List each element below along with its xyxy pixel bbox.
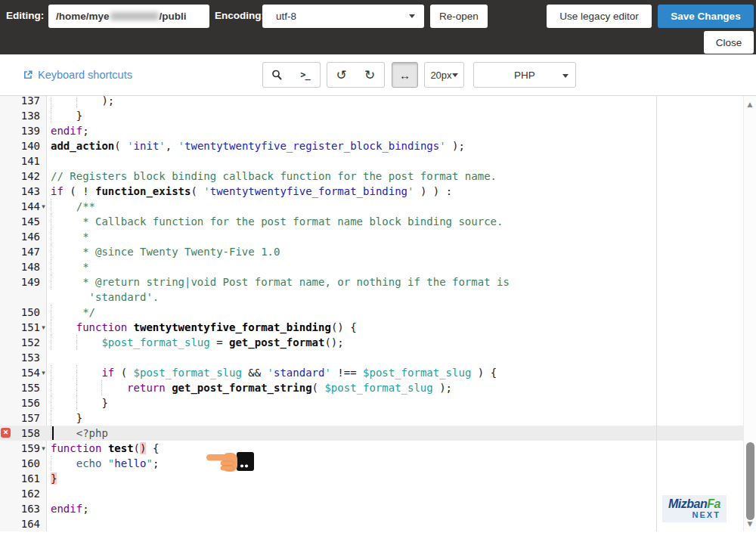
close-button[interactable]: Close bbox=[704, 31, 754, 54]
font-size-select[interactable]: 20px bbox=[424, 62, 464, 88]
code-line[interactable]: 157} bbox=[0, 410, 743, 426]
gutter-cell: 142 bbox=[0, 169, 47, 184]
encoding-label: Encoding: bbox=[215, 10, 265, 21]
code-line[interactable]: 139endif; bbox=[0, 123, 743, 138]
code-line[interactable]: 145 * Callback function for the post for… bbox=[0, 214, 743, 229]
line-number: 141 bbox=[21, 153, 40, 169]
chevron-down-icon bbox=[452, 73, 458, 77]
search-button[interactable] bbox=[262, 62, 291, 88]
top-action-bar: Editing: /home/mye/publi Encoding: utf-8… bbox=[0, 0, 756, 54]
redo-button[interactable]: ↻ bbox=[355, 62, 385, 88]
code-line[interactable]: ✕158<?php bbox=[0, 426, 743, 441]
gutter-cell: 148 bbox=[0, 259, 47, 274]
external-link-icon bbox=[23, 70, 33, 80]
code-line[interactable]: 159▾function test() { bbox=[0, 441, 743, 456]
code-line[interactable]: 154▾if ( $post_format_slug && 'standard'… bbox=[0, 365, 743, 380]
reopen-button[interactable]: Re-open bbox=[430, 5, 488, 28]
line-number: 145 bbox=[21, 214, 40, 229]
code-line[interactable]: 143if ( ! function_exists( 'twentytwenty… bbox=[0, 184, 743, 199]
line-number: 158 bbox=[21, 426, 40, 441]
fold-toggle-icon[interactable]: ▾ bbox=[40, 199, 47, 214]
gutter-cell: 159▾ bbox=[0, 441, 47, 456]
line-number: 157 bbox=[21, 410, 40, 426]
code-line[interactable]: 142// Registers block binding callback f… bbox=[0, 169, 743, 184]
fold-toggle-icon[interactable]: ▾ bbox=[40, 441, 47, 456]
language-select[interactable]: PHP bbox=[473, 62, 576, 88]
toggle-word-wrap-button[interactable]: ↔ bbox=[392, 62, 418, 88]
gutter-cell: 146 bbox=[0, 229, 47, 244]
line-number: 164 bbox=[21, 516, 40, 531]
code-line[interactable]: 153 bbox=[0, 350, 743, 365]
chevron-down-icon bbox=[409, 14, 415, 18]
line-number: 150 bbox=[21, 305, 40, 320]
gutter-cell: 144▾ bbox=[0, 199, 47, 214]
code-line[interactable]: 148 * bbox=[0, 259, 743, 274]
code-lines[interactable]: 137);138}139endif;140add_action( 'init',… bbox=[0, 96, 743, 531]
code-line[interactable]: 152$post_format_slug = get_post_format()… bbox=[0, 335, 743, 350]
code-line[interactable]: 156} bbox=[0, 395, 743, 410]
code-line[interactable]: 161} bbox=[0, 471, 743, 486]
line-number: 160 bbox=[21, 456, 40, 471]
gutter-cell: 143 bbox=[0, 184, 47, 199]
code-line[interactable]: 149 * @return string|void Post format na… bbox=[0, 274, 743, 305]
brand-name: Mizban bbox=[668, 497, 707, 510]
gutter-cell: 147 bbox=[0, 244, 47, 259]
fold-toggle-icon[interactable]: ▾ bbox=[40, 320, 47, 335]
code-line[interactable]: 141 bbox=[0, 153, 743, 169]
code-line[interactable]: 140add_action( 'init', 'twentytwentyfive… bbox=[0, 138, 743, 153]
line-number: 140 bbox=[21, 138, 40, 153]
redacted-path-segment bbox=[110, 12, 159, 20]
gutter-cell: 145 bbox=[0, 214, 47, 229]
gutter-cell: 141 bbox=[0, 153, 47, 169]
code-line[interactable]: 144▾/** bbox=[0, 199, 743, 214]
gutter-cell: 152 bbox=[0, 335, 47, 350]
line-number: 148 bbox=[21, 259, 40, 274]
line-number: 142 bbox=[21, 169, 40, 184]
gutter-cell: 162 bbox=[0, 486, 47, 501]
code-line[interactable]: 155return get_post_format_string( $post_… bbox=[0, 380, 743, 395]
line-number: 153 bbox=[21, 350, 40, 365]
code-line[interactable]: 160echo "hello"; bbox=[0, 456, 743, 471]
scroll-down-arrow[interactable]: ▼ bbox=[744, 520, 756, 528]
code-line[interactable]: 137); bbox=[0, 96, 743, 108]
gutter-cell: 139 bbox=[0, 123, 47, 138]
code-line[interactable]: 151▾function twentytwentyfive_format_bin… bbox=[0, 320, 743, 335]
gutter-cell: 155 bbox=[0, 380, 47, 395]
line-number: 152 bbox=[21, 335, 40, 350]
keyboard-shortcuts-label: Keyboard shortcuts bbox=[38, 69, 132, 81]
line-number: 163 bbox=[21, 501, 40, 516]
save-changes-button[interactable]: Save Changes bbox=[658, 5, 754, 28]
editor-toolbar: Keyboard shortcuts >_ ↺ ↻ ↔ 20px PHP bbox=[0, 54, 756, 96]
gutter-cell: 160 bbox=[0, 456, 47, 471]
terminal-button[interactable]: >_ bbox=[290, 62, 321, 88]
code-line[interactable]: 164 bbox=[0, 516, 743, 531]
gutter-cell: 138 bbox=[0, 108, 47, 123]
gutter-cell: 153 bbox=[0, 350, 47, 365]
undo-button[interactable]: ↺ bbox=[327, 62, 356, 88]
line-number: 144 bbox=[21, 199, 40, 214]
file-path-input[interactable]: /home/mye/publi bbox=[48, 5, 209, 28]
line-number: 147 bbox=[21, 244, 40, 259]
line-number: 156 bbox=[21, 395, 40, 410]
fold-toggle-icon[interactable]: ▾ bbox=[40, 365, 47, 380]
code-line[interactable]: 146 * bbox=[0, 229, 743, 244]
hand-pointer-graphic bbox=[206, 447, 256, 477]
code-line[interactable]: 163endif; bbox=[0, 501, 743, 516]
encoding-value: utf-8 bbox=[276, 11, 296, 22]
encoding-select[interactable]: utf-8 bbox=[262, 5, 424, 28]
use-legacy-editor-button[interactable]: Use legacy editor bbox=[547, 5, 652, 28]
code-line[interactable]: 162 bbox=[0, 486, 743, 501]
keyboard-shortcuts-link[interactable]: Keyboard shortcuts bbox=[23, 69, 132, 81]
scrollbar-thumb[interactable] bbox=[746, 442, 754, 520]
code-line[interactable]: 150 */ bbox=[0, 305, 743, 320]
code-editor[interactable]: 137);138}139endif;140add_action( 'init',… bbox=[0, 96, 756, 531]
vertical-scrollbar[interactable]: ▲ ▼ bbox=[743, 96, 756, 531]
code-line[interactable]: 138} bbox=[0, 108, 743, 123]
code-line[interactable]: 147 * @since Twenty Twenty-Five 1.0 bbox=[0, 244, 743, 259]
gutter-cell: 154▾ bbox=[0, 365, 47, 380]
line-number: 162 bbox=[21, 486, 40, 501]
scroll-up-arrow[interactable]: ▲ bbox=[744, 101, 756, 108]
horizontal-arrows-icon: ↔ bbox=[399, 69, 411, 82]
font-size-value: 20px bbox=[430, 70, 451, 81]
chevron-down-icon bbox=[562, 74, 569, 78]
